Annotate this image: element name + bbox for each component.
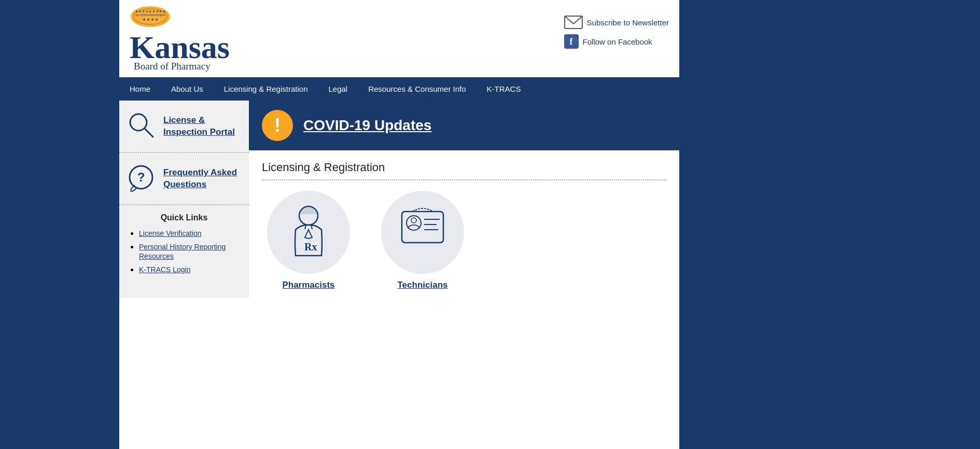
question-icon: ? bbox=[127, 163, 156, 194]
pharmacist-icon: Rx bbox=[267, 191, 350, 274]
technicians-label: Technicians bbox=[398, 280, 448, 290]
svg-line-7 bbox=[145, 129, 153, 137]
nav-resources[interactable]: Resources & Consumer Info bbox=[358, 77, 476, 101]
facebook-label: Follow on Facebook bbox=[583, 37, 652, 46]
licensing-grid: Rx Pharmacists bbox=[262, 191, 666, 290]
licensing-section: Licensing & Registration bbox=[249, 150, 679, 298]
facebook-icon: f bbox=[564, 34, 579, 49]
license-inspection-label: License & Inspection Portal bbox=[163, 115, 241, 137]
subscribe-link[interactable]: Subscribe to Newsletter bbox=[564, 16, 669, 29]
svg-text:?: ? bbox=[137, 170, 145, 184]
quick-links-box: Quick Links License Verification Persona… bbox=[119, 205, 249, 286]
sidebar: License & Inspection Portal ? Frequently… bbox=[119, 101, 249, 298]
navbar: Home About Us Licensing & Registration L… bbox=[119, 77, 679, 101]
svg-point-0 bbox=[131, 6, 170, 27]
kansas-seal-icon: ★ ★ ★ ★ ★ ★ ★ ★ ★ AD ASTRA PER ASPERA ★ … bbox=[130, 5, 171, 31]
svg-text:★ ★ ★ ★ ★ ★ ★ ★ ★: ★ ★ ★ ★ ★ ★ ★ ★ ★ bbox=[135, 10, 165, 13]
faq-label: Frequently Asked Questions bbox=[163, 167, 241, 190]
header-links: Subscribe to Newsletter f Follow on Face… bbox=[564, 5, 669, 49]
logo-area: ★ ★ ★ ★ ★ ★ ★ ★ ★ AD ASTRA PER ASPERA ★ … bbox=[130, 5, 230, 72]
nav-about[interactable]: About Us bbox=[161, 77, 214, 101]
quick-link-history[interactable]: Personal History Reporting Resources bbox=[139, 243, 226, 260]
svg-text:Rx: Rx bbox=[304, 241, 317, 252]
envelope-icon bbox=[564, 16, 583, 29]
logo-kansas-text: Kansas bbox=[130, 31, 230, 63]
search-icon bbox=[127, 111, 156, 142]
svg-text:AD ASTRA PER ASPERA: AD ASTRA PER ASPERA bbox=[135, 13, 165, 17]
quick-link-ktracs[interactable]: K-TRACS Login bbox=[139, 265, 191, 274]
subscribe-label: Subscribe to Newsletter bbox=[587, 18, 669, 27]
sidebar-license-inspection[interactable]: License & Inspection Portal bbox=[119, 101, 249, 153]
covid-banner[interactable]: ! COVID-19 Updates bbox=[249, 101, 679, 150]
technician-icon bbox=[381, 191, 464, 274]
nav-home[interactable]: Home bbox=[119, 77, 161, 101]
quick-link-verification[interactable]: License Verification bbox=[139, 229, 202, 237]
pharmacists-card[interactable]: Rx Pharmacists bbox=[262, 191, 355, 290]
header: ★ ★ ★ ★ ★ ★ ★ ★ ★ AD ASTRA PER ASPERA ★ … bbox=[119, 0, 679, 77]
quick-links-title: Quick Links bbox=[130, 213, 239, 222]
licensing-title: Licensing & Registration bbox=[262, 161, 666, 180]
nav-licensing[interactable]: Licensing & Registration bbox=[214, 77, 318, 101]
covid-text: COVID-19 Updates bbox=[303, 117, 431, 134]
pharmacists-label: Pharmacists bbox=[282, 280, 334, 290]
main-content: ! COVID-19 Updates Licensing & Registrat… bbox=[249, 101, 679, 298]
nav-ktracs[interactable]: K-TRACS bbox=[477, 77, 531, 101]
quick-link-item: K-TRACS Login bbox=[139, 265, 239, 274]
covid-alert-icon: ! bbox=[262, 110, 293, 141]
content-area: License & Inspection Portal ? Frequently… bbox=[119, 101, 679, 298]
quick-link-item: License Verification bbox=[139, 229, 239, 238]
quick-link-item: Personal History Reporting Resources bbox=[139, 242, 239, 261]
logo-sub-text: Board of Pharmacy bbox=[134, 61, 211, 72]
sidebar-faq[interactable]: ? Frequently Asked Questions bbox=[119, 153, 249, 205]
nav-legal[interactable]: Legal bbox=[318, 77, 358, 101]
svg-text:★ ★ ★ ★: ★ ★ ★ ★ bbox=[143, 18, 158, 21]
facebook-link[interactable]: f Follow on Facebook bbox=[564, 34, 652, 49]
svg-point-16 bbox=[411, 218, 416, 223]
technicians-card[interactable]: Technicians bbox=[376, 191, 469, 290]
quick-links-list: License Verification Personal History Re… bbox=[130, 229, 239, 274]
